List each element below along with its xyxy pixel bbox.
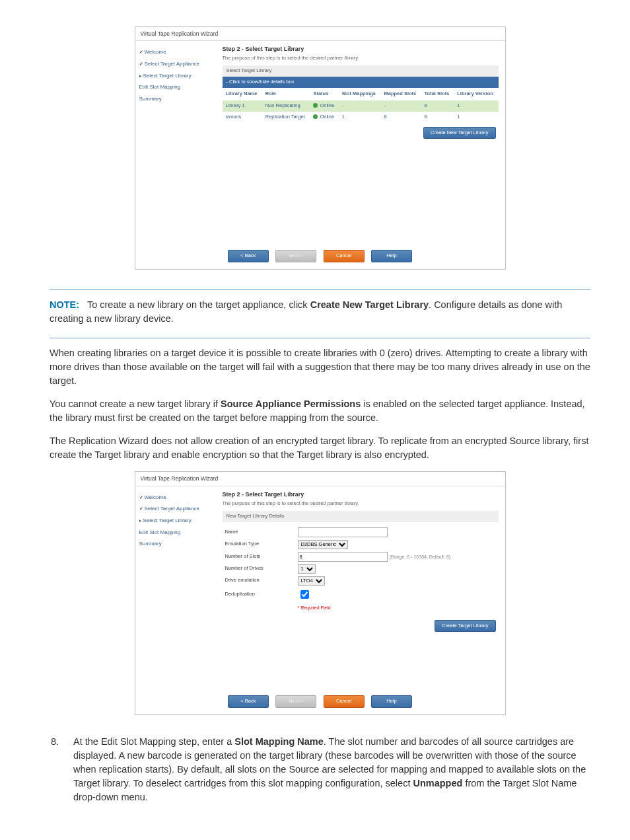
wizard-main: Step 2 - Select Target Library The purpo… [223,486,505,690]
step-subtext: The purpose of this step is to select th… [223,500,499,508]
col-slot-mappings[interactable]: Slot Mappings [339,88,381,100]
table-row[interactable]: simons Replication Target Online 1 8 8 1 [223,112,499,123]
deduplication-checkbox[interactable] [300,590,309,599]
wizard-title: Virtual Tape Replication Wizard [135,472,505,485]
step-heading: Step 2 - Select Target Library [223,490,499,499]
back-button[interactable]: < Back [228,250,269,262]
library-table: Library Name Role Status Slot Mappings M… [223,88,499,123]
details-toggle-bar[interactable]: - Click to show/hide details box [223,77,499,88]
wizard-main: Step 2 - Select Target Library The purpo… [223,41,505,245]
next-button[interactable]: Next > [275,250,316,262]
paragraph-encrypted-target: The Replication Wizard does not allow cr… [50,434,590,462]
divider [50,289,590,290]
field-label-slots: Number of Slots [225,553,298,560]
sidebar-step-edit-slot-mapping[interactable]: Edit Slot Mapping [139,527,219,539]
field-label-drives: Number of Drives [225,565,298,572]
required-field-note: * Required Field [225,602,496,611]
wizard-footer: < Back Next > Cancel Help [135,245,505,269]
emulation-type-select[interactable]: D2DBS Generic [298,540,348,549]
sidebar-step-edit-slot-mapping[interactable]: Edit Slot Mapping [139,81,219,93]
field-label-name: Name [225,529,298,536]
wizard-title: Virtual Tape Replication Wizard [135,27,505,40]
col-mapped-slots[interactable]: Mapped Slots [380,88,421,100]
sidebar-step-target-appliance[interactable]: Select Target Appliance [139,503,219,515]
number-of-slots-input[interactable] [298,552,388,562]
create-new-target-library-button[interactable]: Create New Target Library [423,127,495,139]
divider [50,338,590,338]
help-button[interactable]: Help [371,695,412,708]
table-row[interactable]: Library 1 Non Replicating Online - - 8 1 [223,100,499,112]
status-online-icon [313,103,318,108]
paragraph-source-permissions: You cannot create a new target library i… [50,397,590,425]
sidebar-step-summary[interactable]: Summary [139,538,219,550]
section-label: Select Target Library [223,65,499,77]
field-label-dedup: Deduplication [225,591,298,598]
col-status[interactable]: Status [310,88,338,100]
field-label-drive-emulation: Drive emulation [225,577,298,584]
wizard-footer: < Back Next > Cancel Help [135,690,505,714]
drive-emulation-select[interactable]: LTO4 [298,576,325,586]
status-online-icon [313,114,318,119]
section-label: New Target Library Details [223,511,499,522]
sidebar-step-target-library[interactable]: Select Target Library [139,70,219,82]
note-paragraph: NOTE: To create a new library on the tar… [50,298,590,326]
step-heading: Step 2 - Select Target Library [223,45,499,54]
back-button[interactable]: < Back [228,695,269,708]
wizard-sidebar: Welcome Select Target Appliance Select T… [135,486,223,690]
sidebar-step-target-library[interactable]: Select Target Library [139,515,219,527]
create-target-library-button[interactable]: Create Target Library [435,620,495,632]
name-input[interactable] [298,527,388,537]
step-number: 8. [50,735,73,804]
help-button[interactable]: Help [371,250,412,262]
cancel-button[interactable]: Cancel [324,695,365,708]
next-button[interactable]: Next > [275,695,316,708]
sidebar-step-target-appliance[interactable]: Select Target Appliance [139,58,219,70]
col-role[interactable]: Role [262,88,310,100]
sidebar-step-welcome[interactable]: Welcome [139,492,219,504]
step-text: At the Edit Slot Mapping step, enter a S… [73,735,590,804]
cancel-button[interactable]: Cancel [324,250,365,262]
col-library-name[interactable]: Library Name [223,88,262,100]
wizard-sidebar: Welcome Select Target Appliance Select T… [135,41,223,245]
slots-hint: (Range: 8 - 16384, Default: 8) [390,554,451,559]
paragraph-zero-drives: When creating libraries on a target devi… [50,346,590,388]
step-8: 8. At the Edit Slot Mapping step, enter … [50,735,590,804]
step-subtext: The purpose of this step is to select th… [223,55,499,62]
sidebar-step-welcome[interactable]: Welcome [139,46,219,58]
sidebar-step-summary[interactable]: Summary [139,93,219,105]
wizard-new-target-library: Virtual Tape Replication Wizard Welcome … [135,471,506,714]
note-label: NOTE: [50,299,79,310]
col-library-version[interactable]: Library Version [454,88,498,100]
step-list: 8. At the Edit Slot Mapping step, enter … [50,735,590,804]
number-of-drives-select[interactable]: 1 [298,564,316,574]
field-label-emulation: Emulation Type [225,541,298,548]
col-total-slots[interactable]: Total Slots [421,88,454,100]
wizard-select-target-library: Virtual Tape Replication Wizard Welcome … [135,26,506,270]
